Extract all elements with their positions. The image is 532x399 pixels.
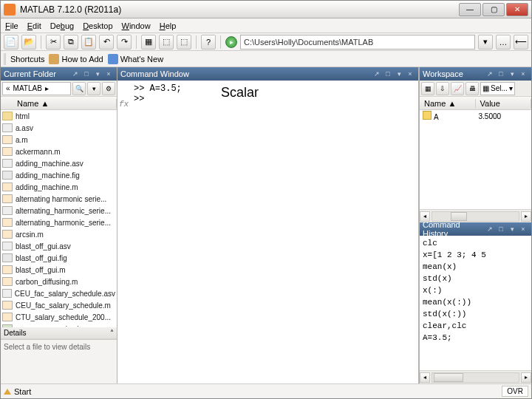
menu-window[interactable]: Window	[122, 21, 151, 30]
file-row[interactable]: a.asv	[1, 122, 117, 134]
import-data-button[interactable]: ⇩	[436, 82, 449, 95]
panel-close-button[interactable]: ×	[518, 69, 528, 79]
undo-button[interactable]: ↶	[99, 35, 114, 50]
guide-button[interactable]: ⬚	[159, 35, 174, 50]
workspace-select[interactable]: ▦ Sel... ▾	[480, 82, 515, 95]
history-line[interactable]: mean(x)	[423, 261, 528, 273]
history-line[interactable]: A=3.5;	[423, 332, 528, 344]
file-row[interactable]: carbon_diffusing.m	[1, 276, 117, 287]
new-file-button[interactable]: 📄	[4, 35, 18, 50]
print-button[interactable]: 🖶	[466, 82, 479, 95]
file-row[interactable]: arcsin.m	[1, 228, 117, 240]
file-row[interactable]: CEU_fac_salary_schedule.asv	[1, 287, 117, 299]
col-ws-name[interactable]: Name ▲	[420, 99, 476, 108]
file-row[interactable]: html	[1, 110, 117, 122]
file-row[interactable]: alternating_harmonic_serie...	[1, 205, 117, 216]
menu-file[interactable]: File	[5, 21, 18, 30]
panel-ctx-button[interactable]: ▾	[394, 69, 404, 79]
open-file-button[interactable]: 📂	[21, 35, 36, 50]
folder-settings-button[interactable]: ⚙	[102, 82, 115, 95]
profiler-button[interactable]: ⬚	[177, 35, 191, 50]
folder-more-button[interactable]: ▾	[87, 82, 100, 95]
paste-button[interactable]: 📋	[81, 35, 96, 50]
panel-undock-button[interactable]: ↗	[372, 69, 382, 79]
history-line[interactable]: std(x(:))	[423, 308, 528, 320]
folder-search-button[interactable]: 🔍	[72, 82, 86, 95]
menu-debug[interactable]: Debug	[50, 21, 74, 30]
file-row[interactable]: blast_off_gui.m	[1, 264, 117, 276]
col-name[interactable]: Name ▲	[13, 99, 117, 108]
gripper[interactable]	[4, 53, 6, 65]
scroll-thumb[interactable]	[451, 212, 467, 221]
redo-button[interactable]: ↷	[117, 35, 132, 50]
scroll-thumb[interactable]	[434, 373, 463, 382]
history-line[interactable]: clc	[423, 237, 528, 249]
file-row[interactable]: alternating_harmonic_serie...	[1, 216, 117, 228]
go-back-button[interactable]: ⟵	[514, 35, 528, 50]
panel-max-button[interactable]: □	[496, 69, 506, 79]
scroll-right-button[interactable]: ▸	[521, 211, 531, 222]
panel-undock-button[interactable]: ↗	[485, 69, 495, 79]
panel-undock-button[interactable]: ↗	[485, 224, 495, 234]
panel-close-button[interactable]: ×	[103, 69, 114, 79]
panel-close-button[interactable]: ×	[405, 69, 415, 79]
file-list[interactable]: htmla.asva.mackermann.madding_machine.as…	[1, 110, 117, 327]
browse-folder-button[interactable]: …	[496, 35, 511, 50]
breadcrumb-node[interactable]: MATLAB	[13, 84, 42, 92]
shortcut-whats-new[interactable]: What's New	[108, 54, 163, 64]
scroll-left-button[interactable]: ◂	[420, 372, 430, 383]
panel-undock-button[interactable]: ↗	[70, 69, 81, 79]
workspace-row[interactable]: A3.5000	[420, 110, 531, 122]
file-row[interactable]: alternating harmonic serie...	[1, 193, 117, 205]
breadcrumb-back[interactable]: «	[6, 84, 10, 92]
current-folder-address[interactable]: C:\Users\Holly\Documents\MATLAB	[240, 35, 475, 50]
new-variable-button[interactable]: ▦	[421, 82, 434, 95]
file-row[interactable]: CTU_salary_schedule_200...	[1, 311, 117, 323]
go-up-button[interactable]: ▸	[225, 36, 237, 48]
workspace-hscroll[interactable]: ◂ ▸	[420, 209, 531, 222]
cut-button[interactable]: ✂	[46, 35, 61, 50]
history-line[interactable]: mean(x(:))	[423, 296, 528, 308]
panel-max-button[interactable]: □	[81, 69, 92, 79]
menu-desktop[interactable]: Desktop	[83, 21, 112, 30]
file-row[interactable]: adding_machine.m	[1, 181, 117, 193]
file-row[interactable]: blast_off_gui.asv	[1, 240, 117, 252]
simulink-button[interactable]: ▦	[141, 35, 156, 50]
file-row[interactable]: adding_machine.fig	[1, 169, 117, 181]
history-hscroll[interactable]: ◂ ▸	[420, 370, 531, 383]
folder-breadcrumb[interactable]: « MATLAB ▸	[2, 82, 71, 95]
window-minimize-button[interactable]: —	[459, 3, 481, 16]
copy-button[interactable]: ⧉	[64, 35, 78, 50]
file-row[interactable]: blast_off_gui.fig	[1, 252, 117, 264]
address-dropdown-button[interactable]: ▾	[478, 35, 493, 50]
window-maximize-button[interactable]: ▢	[482, 3, 505, 16]
workspace-table[interactable]: A3.5000	[420, 110, 531, 209]
history-line[interactable]: clear,clc	[423, 320, 528, 332]
panel-max-button[interactable]: □	[383, 69, 393, 79]
details-header[interactable]: Details ˄	[1, 327, 117, 339]
help-button[interactable]: ?	[201, 35, 216, 50]
history-line[interactable]: x=[1 2 3; 4 5	[423, 249, 528, 261]
window-close-button[interactable]: ✕	[506, 3, 528, 16]
menu-help[interactable]: Help	[160, 21, 177, 30]
menu-edit[interactable]: Edit	[27, 21, 41, 30]
file-row[interactable]: a.m	[1, 134, 117, 146]
panel-close-button[interactable]: ×	[518, 224, 528, 234]
history-line[interactable]: x(:)	[423, 284, 528, 296]
panel-ctx-button[interactable]: ▾	[507, 224, 517, 234]
history-line[interactable]: std(x)	[423, 273, 528, 284]
scroll-right-button[interactable]: ▸	[521, 372, 531, 383]
command-window-input[interactable]: >> A=3.5; >> fx Scalar	[117, 81, 418, 383]
col-ws-value[interactable]: Value	[476, 99, 532, 108]
file-row[interactable]: adding_machine.asv	[1, 157, 117, 169]
file-row[interactable]: CEU_fac_salary_schedule.m	[1, 299, 117, 311]
shortcut-how-to-add[interactable]: How to Add	[49, 54, 103, 64]
panel-max-button[interactable]: □	[496, 224, 506, 234]
scroll-track[interactable]	[432, 372, 519, 383]
command-history-list[interactable]: clcx=[1 2 3; 4 5mean(x)std(x)x(:)mean(x(…	[420, 236, 531, 370]
panel-ctx-button[interactable]: ▾	[92, 69, 103, 79]
file-row[interactable]: ackermann.m	[1, 146, 117, 157]
plot-button[interactable]: 📈	[451, 82, 464, 95]
start-button[interactable]: Start	[4, 387, 31, 396]
panel-ctx-button[interactable]: ▾	[507, 69, 517, 79]
